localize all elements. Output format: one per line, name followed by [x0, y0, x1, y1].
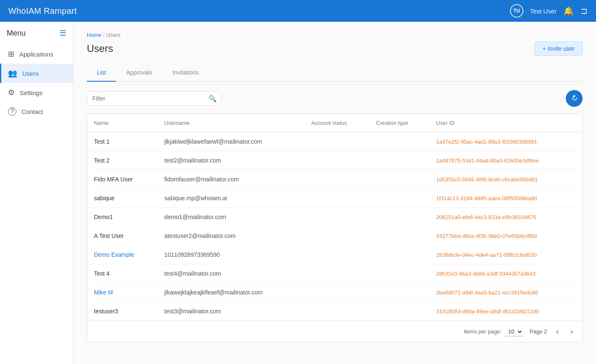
table-row[interactable]: testuser3 test3@mailinator.com 31918093-… — [87, 302, 582, 321]
table-row[interactable]: Mike M jlkawejklajkeajklfeaef@mailinator… — [87, 283, 582, 302]
cell-name: Demo1 — [87, 208, 158, 227]
filter-input[interactable] — [87, 91, 221, 106]
table-header-row: Name Username Account status Creation ty… — [87, 114, 582, 132]
cell-username: test2@mailinator.com — [158, 151, 305, 170]
cell-creation-type — [369, 227, 429, 245]
table-row[interactable]: Test 4 test4@mailinator.com 28fcf2e3-46a… — [87, 264, 582, 283]
table-row[interactable]: Test 2 test2@mailinator.com 1a497675-53d… — [87, 151, 582, 170]
pagination-next-button[interactable]: › — [568, 326, 575, 337]
breadcrumb-current: Users — [106, 32, 120, 38]
cell-creation-type — [369, 302, 429, 321]
cell-username: jlkawejklajkeajklfeaef@mailinator.com — [158, 283, 305, 302]
topbar-right: TU Test User 🔔 ⊐ — [510, 4, 588, 18]
app-title: WhoIAM Rampart — [8, 6, 77, 16]
cell-creation-type — [369, 189, 429, 208]
sidebar-item-users[interactable]: 👥 Users — [0, 64, 73, 83]
tab-approvals[interactable]: Approvals — [116, 64, 162, 82]
items-per-page-select[interactable]: 10 25 50 — [505, 327, 523, 336]
cell-account-status — [305, 283, 369, 302]
cell-name: Fido MFA User — [87, 170, 158, 189]
table-row[interactable]: Fido MFA User fidomfauser@mailinator.com… — [87, 170, 582, 189]
col-username: Username — [158, 114, 305, 132]
cell-name: Mike M — [87, 283, 158, 302]
invite-user-button[interactable]: + Invite user — [534, 41, 583, 56]
cell-creation-type — [369, 151, 429, 170]
tab-invitations[interactable]: Invitations — [162, 64, 209, 82]
cell-account-status — [305, 170, 369, 189]
search-icon: 🔍 — [208, 95, 217, 103]
tabs-bar: List Approvals Invitations — [87, 64, 583, 82]
cell-account-status — [305, 151, 369, 170]
table-row[interactable]: Demo1 demo1@mailinator.com 206151a0-efe8… — [87, 208, 582, 227]
breadcrumb: Home / Users — [87, 32, 583, 38]
sidebar-item-contact-label: Contact — [21, 108, 43, 115]
table-row[interactable]: sabique sabique.mp@whoiam.ai 1f314c13-41… — [87, 189, 582, 208]
tab-list[interactable]: List — [87, 64, 116, 82]
items-per-page-label: Items per page: — [463, 328, 501, 335]
users-icon: 👥 — [8, 69, 17, 78]
cell-creation-type — [369, 283, 429, 302]
users-table: Name Username Account status Creation ty… — [87, 114, 583, 342]
cell-creation-type — [369, 132, 429, 151]
filter-input-wrap: 🔍 — [87, 91, 221, 106]
cell-username: jlkjaklwefjklawefaewf@mailinator.com — [158, 132, 305, 151]
breadcrumb-separator: / — [103, 32, 105, 38]
cell-account-status — [305, 189, 369, 208]
table-row[interactable]: Test 1 jlkjaklwefjklawefaewf@mailinator.… — [87, 132, 582, 151]
cell-username: demo1@mailinator.com — [158, 208, 305, 227]
cell-name: Demo Example — [87, 245, 158, 264]
table-row[interactable]: Demo Example 10110926973369590 2838db3e-… — [87, 245, 582, 264]
cell-username: test4@mailinator.com — [158, 264, 305, 283]
user-name: Test User — [530, 8, 557, 15]
cell-account-status — [305, 264, 369, 283]
logout-icon[interactable]: ⊐ — [580, 6, 588, 16]
cell-name: Test 4 — [87, 264, 158, 283]
col-name: Name — [87, 114, 158, 132]
contact-icon: ? — [8, 107, 16, 116]
page-header: Users + Invite user — [87, 41, 583, 56]
refresh-icon: ↻ — [569, 93, 579, 104]
applications-icon: ⊞ — [8, 49, 14, 59]
sidebar-item-users-label: Users — [22, 70, 39, 77]
cell-user-id: 2be6d072-a9df-4aa5-ba21-ecc3815edc86 — [429, 283, 582, 302]
cell-username: 10110926973369590 — [158, 245, 305, 264]
cell-creation-type — [369, 264, 429, 283]
cell-user-id: 2838db3e-04ec-4de4-aa71-08fb2c6af030 — [429, 245, 582, 264]
page-title: Users — [87, 43, 113, 54]
pagination-prev-button[interactable]: ‹ — [554, 326, 561, 337]
sidebar: Menu ☰ ⊞ Applications 👥 Users ⚙ Settings… — [0, 22, 73, 364]
sidebar-item-contact[interactable]: ? Contact — [0, 102, 73, 121]
topbar-left: WhoIAM Rampart — [8, 6, 77, 16]
cell-user-id: 1f314c13-4184-4695-aaea-08f50088ba90 — [429, 189, 582, 208]
sidebar-item-applications[interactable]: ⊞ Applications — [0, 44, 73, 64]
refresh-button[interactable]: ↻ — [566, 90, 583, 107]
cell-user-id: 1d5355c0-5945-48f8-8ceb-c6cabe56bd91 — [429, 170, 582, 189]
cell-account-status — [305, 245, 369, 264]
cell-user-id: 24377bbd-d8ce-4f36-9bb0-07e65b6c4f0d — [429, 227, 582, 245]
cell-username: sabique.mp@whoiam.ai — [158, 189, 305, 208]
settings-icon: ⚙ — [8, 88, 15, 97]
col-creation-type: Creation type — [369, 114, 429, 132]
cell-user-id: 1a497675-53d1-44ad-80a3-62600e3df8ee — [429, 151, 582, 170]
sidebar-item-applications-label: Applications — [19, 51, 53, 58]
notification-icon[interactable]: 🔔 — [563, 6, 574, 16]
cell-user-id: 1a37e2f2-00ac-4ad1-89a3-f029d03d0991 — [429, 132, 582, 151]
sidebar-item-settings[interactable]: ⚙ Settings — [0, 83, 73, 102]
cell-name: testuser3 — [87, 302, 158, 321]
col-user-id: User ID — [429, 114, 582, 132]
cell-account-status — [305, 208, 369, 227]
sidebar-item-settings-label: Settings — [20, 89, 42, 96]
table-row[interactable]: A Test User atestuser2@mailinator.com 24… — [87, 227, 582, 245]
filter-bar: 🔍 ↻ — [87, 90, 583, 107]
cell-name: Test 1 — [87, 132, 158, 151]
cell-username: atestuser2@mailinator.com — [158, 227, 305, 245]
layout: Menu ☰ ⊞ Applications 👥 Users ⚙ Settings… — [0, 22, 596, 364]
breadcrumb-home[interactable]: Home — [87, 32, 102, 38]
pagination: Items per page: 10 25 50 Page 2 ‹ › — [87, 321, 582, 342]
cell-user-id: 31918093-d99a-49ee-a9df-d61d2d9212d9 — [429, 302, 582, 321]
cell-creation-type — [369, 208, 429, 227]
items-per-page: Items per page: 10 25 50 — [463, 327, 523, 336]
user-initials: TU — [513, 8, 520, 14]
menu-toggle-icon[interactable]: ☰ — [60, 28, 66, 38]
cell-username: fidomfauser@mailinator.com — [158, 170, 305, 189]
